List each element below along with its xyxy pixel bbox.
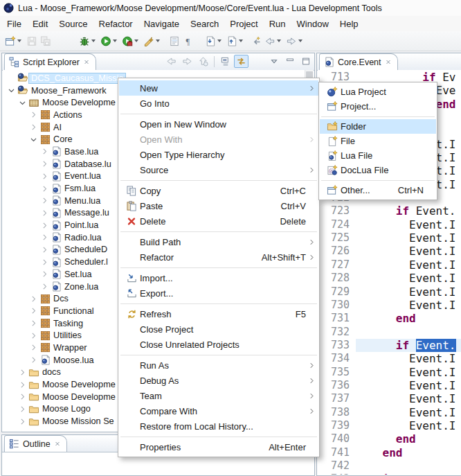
menu-item-open-with[interactable]: Open With (119, 132, 318, 147)
chevron-collapsed-icon[interactable] (28, 294, 39, 304)
back-button[interactable] (263, 33, 284, 49)
menu-item-paste[interactable]: PasteCtrl+V (119, 198, 318, 213)
chevron-collapsed-icon[interactable] (17, 391, 28, 402)
dropdown-caret-icon[interactable] (217, 39, 222, 42)
dropdown-caret-icon[interactable] (277, 39, 281, 42)
chevron-collapsed-icon[interactable] (28, 318, 39, 328)
menubar-item-help[interactable]: Help (334, 17, 364, 30)
dropdown-caret-icon[interactable] (91, 39, 96, 42)
last-edit-location-button[interactable] (249, 33, 263, 49)
link-with-editor-button[interactable] (234, 55, 248, 68)
forward-button[interactable] (284, 33, 306, 49)
chevron-collapsed-icon[interactable] (39, 208, 50, 218)
dropdown-caret-icon[interactable] (298, 39, 302, 42)
mark-occurrences-button[interactable] (168, 33, 181, 49)
chevron-expanded-icon[interactable] (17, 98, 28, 108)
menu-item-folder[interactable]: Folder (320, 119, 436, 134)
menubar-item-source[interactable]: Source (53, 17, 93, 30)
menu-item-refactor[interactable]: RefactorAlt+Shift+T (119, 249, 318, 265)
chevron-collapsed-icon[interactable] (28, 342, 39, 353)
chevron-expanded-icon[interactable] (28, 134, 39, 145)
external-tools-button[interactable] (120, 33, 142, 49)
menu-item-project[interactable]: Project... (320, 99, 436, 114)
menubar-item-edit[interactable]: Edit (27, 17, 53, 30)
menu-item-open-in-new-window[interactable]: Open in New Window (119, 116, 318, 132)
new-wizard-button[interactable] (3, 33, 25, 49)
chevron-collapsed-icon[interactable] (17, 416, 28, 427)
menu-item-restore-from-local-history[interactable]: Restore from Local History... (119, 418, 318, 434)
menu-item-close-project[interactable]: Close Project (119, 321, 318, 337)
chevron-expanded-icon[interactable] (6, 85, 17, 96)
chevron-collapsed-icon[interactable] (39, 257, 50, 267)
menubar-item-window[interactable]: Window (291, 17, 334, 30)
show-whitespace-button[interactable]: ¶ (181, 33, 195, 49)
save-button[interactable] (25, 33, 39, 49)
menu-item-copy[interactable]: CopyCtrl+C (119, 183, 318, 198)
menubar-item-navigate[interactable]: Navigate (138, 17, 185, 30)
nav-forward-button[interactable] (180, 55, 195, 68)
prev-annotation-button[interactable] (225, 33, 246, 49)
dropdown-caret-icon[interactable] (113, 39, 117, 42)
chevron-collapsed-icon[interactable] (28, 330, 39, 341)
chevron-collapsed-icon[interactable] (28, 122, 39, 132)
dropdown-caret-icon[interactable] (17, 39, 21, 42)
chevron-collapsed-icon[interactable] (39, 220, 50, 231)
menu-item-other[interactable]: Other...Ctrl+N (320, 183, 436, 197)
nav-back-button[interactable] (164, 55, 179, 68)
chevron-collapsed-icon[interactable] (39, 195, 50, 206)
close-icon[interactable] (385, 57, 392, 67)
menu-item-properties[interactable]: PropertiesAlt+Enter (119, 439, 318, 455)
chevron-collapsed-icon[interactable] (17, 380, 28, 390)
chevron-collapsed-icon[interactable] (39, 281, 50, 292)
next-annotation-button[interactable] (204, 33, 225, 49)
dropdown-caret-icon[interactable] (134, 39, 138, 42)
chevron-collapsed-icon[interactable] (17, 404, 28, 414)
view-menu-button[interactable] (266, 55, 281, 68)
maximize-button[interactable] (298, 55, 313, 68)
menubar-item-search[interactable]: Search (185, 17, 224, 30)
menu-item-doclua-file[interactable]: @DocLua File (320, 163, 436, 177)
menu-item-build-path[interactable]: Build Path (119, 234, 318, 249)
chevron-collapsed-icon[interactable] (39, 159, 50, 169)
tab-core-event[interactable]: Core.Event (319, 53, 398, 70)
menu-item-source[interactable]: Source (119, 162, 318, 177)
chevron-collapsed-icon[interactable] (39, 146, 50, 157)
chevron-collapsed-icon[interactable] (17, 367, 28, 378)
menu-item-go-into[interactable]: Go Into (119, 96, 318, 111)
menu-item-file[interactable]: File (320, 134, 436, 148)
menu-item-open-type-hierarchy[interactable]: Open Type Hierarchy (119, 147, 318, 162)
menu-item-lua-file[interactable]: Lua File (320, 148, 436, 163)
menubar-item-run[interactable]: Run (264, 17, 291, 30)
debug-button[interactable] (78, 33, 99, 49)
dropdown-caret-icon[interactable] (239, 39, 243, 42)
menu-item-delete[interactable]: DeleteDelete (119, 213, 318, 229)
minimize-button[interactable] (282, 55, 297, 68)
close-icon[interactable] (54, 439, 61, 449)
menu-item-debug-as[interactable]: Debug As (119, 373, 318, 388)
menu-item-new[interactable]: New (119, 80, 318, 96)
nav-up-button[interactable] (196, 55, 210, 68)
menubar-item-project[interactable]: Project (224, 17, 263, 30)
chevron-collapsed-icon[interactable] (39, 184, 50, 194)
menu-item-import[interactable]: Import... (119, 270, 318, 285)
menu-item-compare-with[interactable]: Compare With (119, 403, 318, 418)
tab-script-explorer[interactable]: Script Explorer (4, 53, 96, 70)
chevron-collapsed-icon[interactable] (28, 306, 39, 316)
run-button[interactable] (99, 33, 120, 49)
chevron-collapsed-icon[interactable] (28, 355, 39, 365)
menu-item-refresh[interactable]: RefreshF5 (119, 306, 318, 321)
menu-item-close-unrelated-projects[interactable]: Close Unrelated Projects (119, 337, 318, 352)
save-all-button[interactable] (39, 33, 53, 49)
menu-item-lua-project[interactable]: Lua Project (320, 85, 436, 99)
chevron-collapsed-icon[interactable] (39, 171, 50, 182)
tab-outline[interactable]: Outline (4, 435, 67, 452)
chevron-collapsed-icon[interactable] (28, 109, 39, 120)
menubar-item-file[interactable]: File (1, 17, 27, 30)
chevron-collapsed-icon[interactable] (39, 245, 50, 255)
menu-item-export[interactable]: Export... (119, 285, 318, 301)
dropdown-caret-icon[interactable] (156, 39, 160, 42)
chevron-collapsed-icon[interactable] (39, 269, 50, 279)
chevron-collapsed-icon[interactable] (39, 232, 50, 243)
menu-item-run-as[interactable]: Run As (119, 358, 318, 373)
close-icon[interactable] (83, 57, 90, 67)
